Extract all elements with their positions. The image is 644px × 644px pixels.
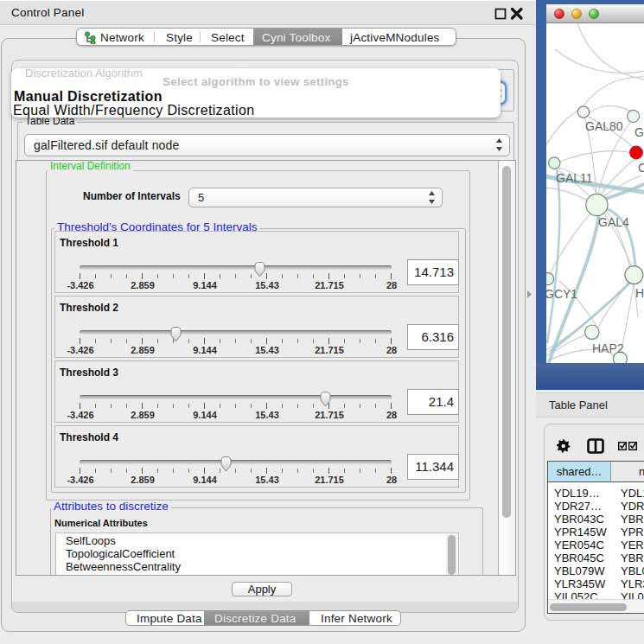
svg-text:GAL80: GAL80 (585, 119, 623, 133)
svg-text:GCY1: GCY1 (546, 287, 577, 301)
svg-text:HAP2: HAP2 (592, 341, 624, 355)
svg-text:GAL4: GAL4 (598, 215, 629, 229)
svg-text:GA: GA (634, 125, 644, 139)
svg-text:GAL11: GAL11 (556, 171, 593, 185)
svg-text:C: C (638, 161, 644, 175)
svg-text:H: H (635, 286, 644, 300)
